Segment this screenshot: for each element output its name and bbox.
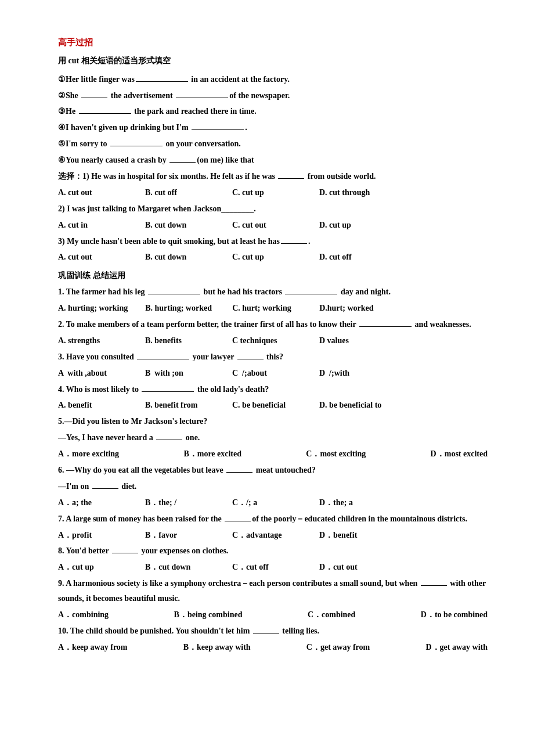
q8-text: 8. You'd better your expenses on clothes… <box>58 543 488 559</box>
fill-item-3: ③He the park and reached there in time. <box>58 104 488 119</box>
main-content: 高手过招 用 cut 相关短语的适当形式填空 ①Her little finge… <box>58 35 488 655</box>
choice1-options: A. cut out B. cut off C. cut up D. cut t… <box>58 185 488 200</box>
q2-options: A. strengths B. benefits C techniques D … <box>58 333 488 348</box>
q3-text: 3. Have you consulted your lawyer this? <box>58 350 488 365</box>
q9-text: 9. A harmonious society is like a sympho… <box>58 576 488 606</box>
q7-options: A．profit B．favor C．advantage D．benefit <box>58 528 488 543</box>
q9-options: A．combining B．being combined C．combined … <box>58 607 488 622</box>
q7-text: 7. A large sum of money has been raised … <box>58 512 488 527</box>
q5-options: A．more exciting B．more excited C．most ex… <box>58 447 488 462</box>
q2-text: 2. To make members of a team perform bet… <box>58 317 488 332</box>
fill-item-4: ④I haven't given up drinking but I'm . <box>58 120 488 135</box>
choice2-options: A. cut in B. cut down C. cut out D. cut … <box>58 218 488 233</box>
fill-item-1: ①Her little finger was in an accident at… <box>58 72 488 87</box>
q6-options: A．a; the B．the; / C．/; a D．the; a <box>58 495 488 510</box>
q1-text: 1. The farmer had his leg but he had his… <box>58 285 488 300</box>
section1-heading: 用 cut 相关短语的适当形式填空 <box>58 53 488 69</box>
choice-intro: 选择：1) He was in hospital for six months.… <box>58 169 488 184</box>
q6a-text: 6. —Why do you eat all the vegetables bu… <box>58 463 488 478</box>
q3-options: A with ,about B with ;on C /;about D /;w… <box>58 366 488 381</box>
choice2-intro: 2) I was just talking to Margaret when J… <box>58 201 488 217</box>
q6b-text: —I'm on diet. <box>58 479 488 494</box>
q4-text: 4. Who is most likely to the old lady's … <box>58 382 488 397</box>
q5a-text: 5.—Did you listen to Mr Jackson's lectur… <box>58 414 488 429</box>
q4-options: A. benefit B. benefit from C. be benefic… <box>58 398 488 413</box>
q10-options: A．keep away from B．keep away with C．get … <box>58 640 488 655</box>
choice3-intro: 3) My uncle hasn't been able to quit smo… <box>58 234 488 249</box>
q10-text: 10. The child should be punished. You sh… <box>58 624 488 639</box>
choice3-options: A. cut out B. cut down C. cut up D. cut … <box>58 250 488 265</box>
q1-options: A. hurting; working B. hurting; worked C… <box>58 301 488 316</box>
q5b-text: —Yes, I have never heard a one. <box>58 430 488 445</box>
fill-item-6: ⑥You nearly caused a crash by (on me) li… <box>58 153 488 168</box>
fill-item-2: ②She the advertisement of the newspaper. <box>58 88 488 103</box>
fill-item-5: ⑤I'm sorry to on your conversation. <box>58 136 488 152</box>
section2-heading: 巩固训练 总结运用 <box>58 268 488 283</box>
page-title: 高手过招 <box>58 35 488 51</box>
q8-options: A．cut up B．cut down C．cut off D．cut out <box>58 560 488 575</box>
